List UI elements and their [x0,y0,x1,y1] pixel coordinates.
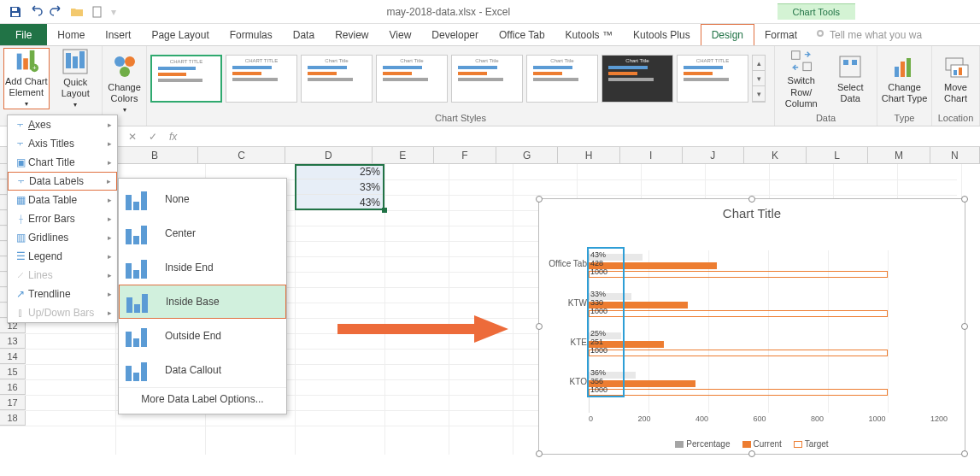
ribbon-tabs: File Home Insert Page Layout Formulas Da… [0,24,980,46]
tab-developer[interactable]: Developer [421,24,489,45]
menu-axis-titles[interactable]: ⫟Axis Titles▸ [8,134,117,153]
cell-d2[interactable]: 25% [295,164,384,179]
svg-rect-18 [843,60,848,65]
svg-rect-22 [907,58,911,77]
svg-marker-28 [474,315,508,343]
svg-rect-27 [337,324,474,334]
chart-x-axis: 020040060080010001200 [589,414,948,423]
menu-data-table[interactable]: ▦Data Table▸ [8,191,117,209]
menu-gridlines[interactable]: ▥Gridlines▸ [8,228,117,247]
svg-rect-1 [12,13,19,16]
chart-style-6[interactable]: Chart Title [526,55,598,103]
submenu-inside-base[interactable]: Inside Base [119,285,286,319]
tab-kutools[interactable]: Kutools ™ [555,24,623,45]
svg-point-14 [120,67,130,77]
svg-rect-9 [66,53,71,68]
menu-trendline[interactable]: ↗Trendline▸ [8,285,117,303]
chart-style-7[interactable]: Chart Title [601,55,673,103]
chart-styles-group-label: Chart Styles [147,111,774,126]
embedded-chart[interactable]: Chart Title Office Tab 43% 428 1000 KTW … [538,198,965,455]
svg-point-12 [114,56,125,67]
save-icon[interactable] [5,3,26,21]
cell-d4[interactable]: 43% [295,195,384,210]
menu-updown-bars: ⫿Up/Down Bars▸ [8,303,117,322]
submenu-data-callout[interactable]: Data Callout [119,353,286,387]
tab-review[interactable]: Review [325,24,379,45]
submenu-none[interactable]: None [119,182,286,216]
new-icon[interactable] [87,3,108,21]
svg-rect-21 [901,62,905,77]
tab-kutools-plus[interactable]: Kutools Plus [623,24,701,45]
add-chart-element-menu: ⫟AAxesxes▸ ⫟Axis Titles▸ ▣Chart Title▸ ⫟… [7,115,118,323]
fx-icon[interactable]: fx [169,131,177,143]
cancel-icon: ✕ [128,131,137,143]
svg-rect-2 [93,7,101,17]
data-labels-submenu: None Center Inside End Inside Base Outsi… [118,178,287,414]
submenu-inside-end[interactable]: Inside End [119,250,286,285]
svg-rect-20 [895,67,899,77]
svg-rect-16 [803,62,812,71]
enter-icon: ✓ [149,131,157,143]
submenu-more-options[interactable]: More Data Label Options... [119,387,286,410]
formula-bar: ✕ ✓ fx [0,126,980,147]
chart-style-2[interactable]: CHART TITLE [226,55,297,103]
select-data-button[interactable]: Select Data [828,48,874,109]
window-title: may-2018-data.xlsx - Excel [120,6,778,18]
svg-rect-10 [73,56,78,68]
data-group-label: Data [775,111,877,126]
cell-d3[interactable]: 33% [295,179,384,195]
menu-error-bars[interactable]: ⟊Error Bars▸ [8,209,117,228]
tab-file[interactable]: File [0,24,47,45]
tell-me-search[interactable]: Tell me what you wa [814,24,922,45]
chart-styles-scroll[interactable]: ▴▾▾ [752,55,766,103]
fill-handle[interactable] [382,208,387,213]
column-headers: A B C D E F G H I J K L M N [0,147,980,164]
tab-formulas[interactable]: Formulas [220,24,283,45]
tab-view[interactable]: View [379,24,422,45]
chart-style-1[interactable]: CHART TITLE [150,55,222,103]
svg-rect-4 [23,58,28,69]
chart-style-5[interactable]: Chart Title [451,55,523,103]
submenu-center[interactable]: Center [119,216,286,250]
svg-rect-26 [959,68,962,75]
undo-icon[interactable] [26,3,46,21]
tab-data[interactable]: Data [283,24,325,45]
chart-title-text[interactable]: Chart Title [539,199,965,227]
change-chart-type-button[interactable]: Change Chart Type [881,48,928,109]
svg-rect-11 [79,51,85,68]
switch-row-column-button[interactable]: Switch Row/ Column [778,48,824,109]
chart-style-4[interactable]: Chart Title [376,55,448,103]
menu-axes[interactable]: ⫟AAxesxes▸ [8,115,117,134]
open-icon[interactable] [67,3,87,21]
change-colors-button[interactable]: Change Colors▾ [106,53,143,115]
svg-rect-25 [954,70,957,75]
chart-style-3[interactable]: Chart Title [301,55,373,103]
quick-layout-button[interactable]: Quick Layout▾ [53,48,98,109]
add-chart-element-button[interactable]: + Add Chart Element▾ [3,48,50,109]
submenu-outside-end[interactable]: Outside End [119,319,286,353]
tab-insert[interactable]: Insert [95,24,141,45]
menu-chart-title[interactable]: ▣Chart Title▸ [8,153,117,172]
move-chart-button[interactable]: Move Chart [936,48,976,109]
tab-design[interactable]: Design [701,24,754,45]
tab-office-tab[interactable]: Office Tab [489,24,555,45]
svg-rect-0 [12,8,17,11]
svg-point-13 [125,56,135,67]
tab-home[interactable]: Home [47,24,95,45]
tab-format[interactable]: Format [754,24,807,45]
svg-rect-17 [840,56,860,77]
svg-rect-19 [852,60,857,65]
svg-text:+: + [32,64,37,72]
ribbon: + Add Chart Element▾ Quick Layout▾ Chart… [0,46,980,126]
svg-rect-15 [791,51,800,60]
tab-page-layout[interactable]: Page Layout [141,24,219,45]
chart-tools-contextual-tab: Chart Tools [778,3,855,20]
menu-legend[interactable]: ☰Legend▸ [8,247,117,266]
chart-legend[interactable]: Percentage Current Target [539,439,965,449]
redo-icon[interactable] [46,3,67,21]
quick-access-toolbar: ▾ may-2018-data.xlsx - Excel Chart Tools [0,0,980,24]
chart-plot-area[interactable]: Office Tab 43% 428 1000 KTW 33% 330 1000… [589,250,948,413]
svg-rect-3 [17,54,22,70]
menu-data-labels[interactable]: ⫟Data Labels▸ [8,172,117,191]
chart-style-8[interactable]: CHART TITLE [677,55,748,103]
